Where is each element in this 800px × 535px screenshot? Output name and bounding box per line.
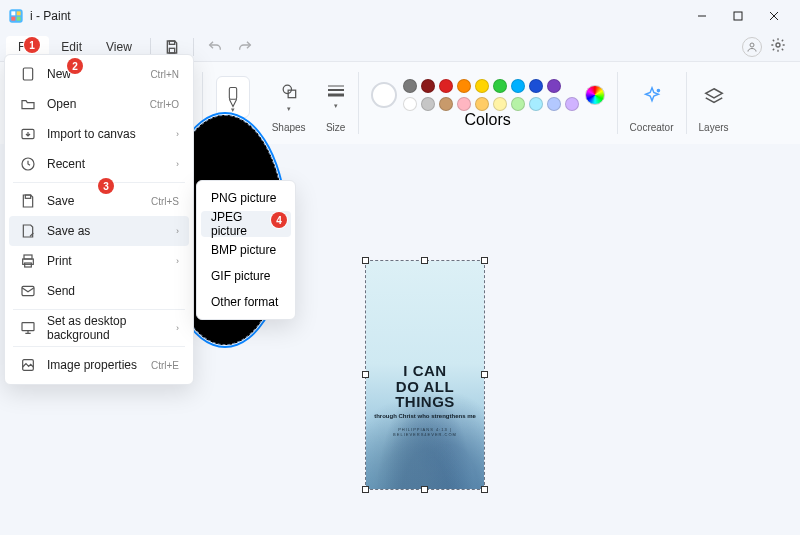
- svg-point-19: [657, 89, 659, 91]
- send-icon: [19, 282, 37, 300]
- color-swatch[interactable]: [493, 97, 507, 111]
- app-icon: [8, 8, 24, 24]
- color-swatch[interactable]: [421, 79, 435, 93]
- callout-1: 1: [24, 37, 40, 53]
- callout-3: 3: [98, 178, 114, 194]
- print-icon: [19, 252, 37, 270]
- resize-handle[interactable]: [481, 257, 488, 264]
- edit-colors-button[interactable]: [585, 85, 605, 105]
- svg-rect-13: [230, 87, 237, 99]
- color-swatch[interactable]: [403, 97, 417, 111]
- ribbon-cocreator[interactable]: Cocreator: [620, 62, 684, 144]
- saveas-png[interactable]: PNG picture: [201, 185, 291, 211]
- new-icon: [19, 65, 37, 83]
- account-icon[interactable]: [742, 37, 762, 57]
- svg-rect-28: [22, 323, 34, 331]
- desktop-icon: [19, 319, 37, 337]
- window-title: i - Paint: [30, 9, 71, 23]
- callout-2: 2: [67, 58, 83, 74]
- undo-button[interactable]: [200, 34, 230, 60]
- clock-icon: [19, 155, 37, 173]
- menu-import-to-canvas[interactable]: Import to canvas›: [9, 119, 189, 149]
- resize-handle[interactable]: [481, 486, 488, 493]
- ribbon-colors-group: Colors: [361, 62, 615, 144]
- resize-handle[interactable]: [481, 371, 488, 378]
- close-button[interactable]: [756, 0, 792, 32]
- ribbon-size[interactable]: ▾ Size: [316, 62, 356, 144]
- color-swatch[interactable]: [511, 97, 525, 111]
- folder-icon: [19, 95, 37, 113]
- ribbon-shapes[interactable]: ▾ Shapes: [262, 62, 316, 144]
- menu-send[interactable]: Send: [9, 276, 189, 306]
- save-as-submenu: PNG picture JPEG picture BMP picture GIF…: [196, 180, 296, 320]
- menu-new[interactable]: NewCtrl+N: [9, 59, 189, 89]
- color-swatch[interactable]: [511, 79, 525, 93]
- menu-print[interactable]: Print›: [9, 246, 189, 276]
- color-swatch[interactable]: [493, 79, 507, 93]
- saveas-gif[interactable]: GIF picture: [201, 263, 291, 289]
- svg-rect-6: [734, 12, 742, 20]
- title-bar: i - Paint: [0, 0, 800, 32]
- color-swatch[interactable]: [457, 79, 471, 93]
- svg-rect-15: [288, 90, 296, 98]
- svg-rect-3: [11, 17, 15, 21]
- resize-handle[interactable]: [421, 486, 428, 493]
- color-palette: [403, 79, 579, 111]
- resize-handle[interactable]: [421, 257, 428, 264]
- color-swatch[interactable]: [565, 97, 579, 111]
- color-swatch[interactable]: [529, 97, 543, 111]
- import-icon: [19, 125, 37, 143]
- svg-rect-9: [169, 41, 174, 44]
- save-icon: [19, 192, 37, 210]
- svg-point-11: [750, 43, 754, 47]
- resize-handle[interactable]: [362, 486, 369, 493]
- saveas-bmp[interactable]: BMP picture: [201, 237, 291, 263]
- resize-handle[interactable]: [362, 257, 369, 264]
- svg-rect-2: [17, 11, 21, 15]
- pasted-image[interactable]: I CANDO ALLTHINGS through Christ who str…: [366, 261, 484, 489]
- color-swatch[interactable]: [547, 97, 561, 111]
- color-swatch[interactable]: [403, 79, 417, 93]
- menu-recent[interactable]: Recent›: [9, 149, 189, 179]
- resize-handle[interactable]: [362, 371, 369, 378]
- saveas-other[interactable]: Other format: [201, 289, 291, 315]
- color-swatch[interactable]: [439, 79, 453, 93]
- color-swatch[interactable]: [547, 79, 561, 93]
- svg-point-14: [283, 85, 291, 93]
- color-swatch[interactable]: [457, 97, 471, 111]
- svg-rect-10: [169, 48, 174, 53]
- maximize-button[interactable]: [720, 0, 756, 32]
- file-menu-dropdown: NewCtrl+N OpenCtrl+O Import to canvas› R…: [4, 54, 194, 385]
- color-swatch[interactable]: [475, 97, 489, 111]
- svg-point-12: [776, 43, 780, 47]
- settings-icon[interactable]: [770, 37, 786, 57]
- color-swatch[interactable]: [475, 79, 489, 93]
- color-swatch[interactable]: [421, 97, 435, 111]
- menu-save-as[interactable]: Save as›: [9, 216, 189, 246]
- save-as-icon: [19, 222, 37, 240]
- menu-open[interactable]: OpenCtrl+O: [9, 89, 189, 119]
- svg-rect-0: [9, 9, 22, 22]
- svg-rect-26: [25, 263, 32, 267]
- svg-rect-24: [24, 255, 32, 259]
- minimize-button[interactable]: [684, 0, 720, 32]
- redo-button[interactable]: [230, 34, 260, 60]
- svg-rect-20: [23, 68, 32, 80]
- ribbon-layers[interactable]: Layers: [689, 62, 739, 144]
- menu-set-desktop-background[interactable]: Set as desktop background›: [9, 313, 189, 343]
- selection-frame[interactable]: I CANDO ALLTHINGS through Christ who str…: [365, 260, 485, 490]
- svg-rect-4: [17, 17, 21, 21]
- color-swatch[interactable]: [439, 97, 453, 111]
- svg-rect-23: [25, 195, 30, 198]
- properties-icon: [19, 356, 37, 374]
- color-swatch[interactable]: [529, 79, 543, 93]
- callout-4: 4: [271, 212, 287, 228]
- secondary-color-swatch[interactable]: [371, 82, 397, 108]
- menu-image-properties[interactable]: Image propertiesCtrl+E: [9, 350, 189, 380]
- svg-rect-1: [11, 11, 15, 15]
